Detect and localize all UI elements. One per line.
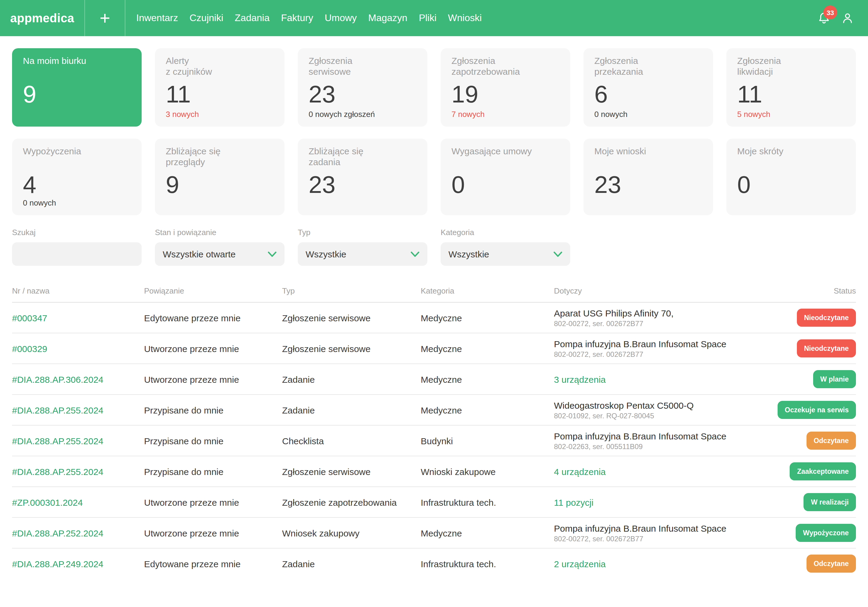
filter-select-stan-i-powiazanie[interactable]: Wszystkie otwarte [155, 242, 285, 266]
row-subject-serial: 802-00272, ser. 002672B77 [554, 350, 753, 358]
stat-card-value: 9 [23, 81, 131, 108]
filter-select-kategoria[interactable]: Wszystkie [441, 242, 570, 266]
row-type: Wniosek zakupowy [282, 528, 421, 538]
nav-menu: InwentarzCzujnikiZadaniaFakturyUmowyMaga… [136, 0, 482, 36]
row-id-link[interactable]: #DIA.288.AP.255.2024 [12, 466, 144, 477]
stat-card-title: Alerty z czujników [166, 56, 274, 77]
nav-item-czujniki[interactable]: Czujniki [189, 12, 223, 23]
nav-item-faktury[interactable]: Faktury [281, 12, 313, 23]
table-row[interactable]: #DIA.288.AP.306.2024Utworzone przeze mni… [12, 364, 856, 395]
add-new-button[interactable]: + [84, 0, 126, 36]
stat-card-value: 23 [594, 171, 702, 198]
stats-grid: Na moim biurku9Alerty z czujników113 now… [12, 48, 856, 215]
table-row[interactable]: #ZP.000301.2024Utworzone przeze mnieZgło… [12, 487, 856, 518]
stat-card-footnote: 3 nowych [166, 110, 199, 119]
stat-card-value: 23 [308, 81, 417, 108]
table-row[interactable]: #DIA.288.AP.255.2024Przypisane do mnieCh… [12, 426, 856, 456]
status-badge: Wypożyczone [796, 524, 856, 542]
row-category: Medyczne [421, 528, 554, 538]
row-category: Medyczne [421, 313, 554, 323]
row-subject-link[interactable]: 2 urządzenia [554, 559, 753, 569]
stat-card-moje-skroty[interactable]: Moje skróty0 [726, 139, 856, 215]
row-subject-serial: 802-01092, ser. RQ-027-80045 [554, 411, 753, 420]
row-id-link[interactable]: #DIA.288.AP.249.2024 [12, 559, 144, 569]
stat-card-na-moim-biurku[interactable]: Na moim biurku9 [12, 48, 142, 127]
stat-card-alerty-z-czujnikow[interactable]: Alerty z czujników113 nowych [155, 48, 285, 127]
row-id-link[interactable]: #000347 [12, 313, 144, 323]
filter-kategoria: KategoriaWszystkie [441, 215, 570, 266]
nav-item-magazyn[interactable]: Magazyn [368, 12, 408, 23]
filter-label: Stan i powiązanie [155, 228, 285, 237]
nav-item-zadania[interactable]: Zadania [235, 12, 270, 23]
row-subject-name: Pompa infuzyjna B.Braun Infusomat Space [554, 523, 753, 533]
stat-card-value: 23 [308, 171, 417, 198]
row-subject-name: Aparat USG Philips Afinity 70, [554, 308, 753, 318]
stat-card-value: 9 [166, 171, 274, 198]
stat-card-title: Wygasające umowy [451, 146, 560, 167]
row-category: Medyczne [421, 374, 554, 384]
table-row[interactable]: #000347Edytowane przeze mnieZgłoszenie s… [12, 303, 856, 333]
row-id-link[interactable]: #000329 [12, 343, 144, 353]
table-row[interactable]: #DIA.288.AP.255.2024Przypisane do mnieZg… [12, 456, 856, 487]
status-badge: W realizacji [804, 493, 856, 511]
table-row[interactable]: #000329Utworzone przeze mnieZgłoszenie s… [12, 333, 856, 364]
items-table: Nr / nazwa Powiązanie Typ Kategoria Doty… [12, 266, 856, 579]
row-subject-serial: 802-00272, ser. 002672B77 [554, 319, 753, 328]
table-row[interactable]: #DIA.288.AP.249.2024Edytowane przeze mni… [12, 548, 856, 579]
row-id-link[interactable]: #ZP.000301.2024 [12, 497, 144, 507]
row-id-link[interactable]: #DIA.288.AP.306.2024 [12, 374, 144, 384]
row-id-link[interactable]: #DIA.288.AP.255.2024 [12, 405, 144, 415]
nav-item-inwentarz[interactable]: Inwentarz [136, 12, 178, 23]
row-subject-link[interactable]: 4 urządzenia [554, 466, 753, 477]
stat-card-zgloszenia-zapotrzebowania[interactable]: Zgłoszenia zapotrzebowania197 nowych [441, 48, 570, 127]
row-subject-name: Pompa infuzyjna B.Braun Infusomat Space [554, 431, 753, 441]
stat-card-wypozyczenia[interactable]: Wypożyczenia40 nowych [12, 139, 142, 215]
stat-card-moje-wnioski[interactable]: Moje wnioski23 [583, 139, 713, 215]
row-id-link[interactable]: #DIA.288.AP.252.2024 [12, 528, 144, 538]
stat-card-zgloszenia-przekazania[interactable]: Zgłoszenia przekazania60 nowych [583, 48, 713, 127]
stat-card-zblizajace-sie-przeglady[interactable]: Zbliżające się przeglądy9 [155, 139, 285, 215]
user-profile-button[interactable] [840, 11, 855, 25]
row-status-cell: Odczytane [753, 432, 856, 450]
search-input[interactable] [12, 242, 142, 266]
filter-select-value: Wszystkie otwarte [163, 249, 236, 259]
col-dotyczy: Dotyczy [554, 286, 753, 295]
nav-item-wnioski[interactable]: Wnioski [448, 12, 482, 23]
stat-card-title: Zbliżające się przeglądy [166, 146, 274, 167]
plus-icon: + [99, 8, 110, 28]
row-status-cell: Zaakceptowane [753, 462, 856, 480]
row-subject-link[interactable]: 11 pozycji [554, 497, 753, 507]
row-type: Zgłoszenie serwisowe [282, 466, 421, 477]
row-subject-serial: 802-00272, ser. 002672B77 [554, 534, 753, 543]
row-subject-link[interactable]: 3 urządzenia [554, 374, 753, 384]
stat-card-zgloszenia-serwisowe[interactable]: Zgłoszenia serwisowe230 nowych zgłoszeń [298, 48, 427, 127]
stat-card-value: 4 [23, 171, 131, 198]
table-row[interactable]: #DIA.288.AP.255.2024Przypisane do mnieZa… [12, 395, 856, 426]
row-id-link[interactable]: #DIA.288.AP.255.2024 [12, 435, 144, 446]
table-body: #000347Edytowane przeze mnieZgłoszenie s… [12, 303, 856, 579]
status-badge: Odczytane [806, 432, 856, 450]
stat-card-wygasajace-umowy[interactable]: Wygasające umowy0 [441, 139, 570, 215]
row-category: Infrastruktura tech. [421, 559, 554, 569]
filters: Szukaj Stan i powiązanieWszystkie otwart… [12, 215, 856, 266]
stat-card-zblizajace-sie-zadania[interactable]: Zbliżające się zadania23 [298, 139, 427, 215]
status-badge: W planie [813, 370, 856, 388]
row-relation: Utworzone przeze mnie [144, 497, 282, 507]
table-row[interactable]: #DIA.288.AP.252.2024Utworzone przeze mni… [12, 518, 856, 548]
filter-typ: TypWszystkie [298, 215, 427, 266]
topbar-actions: 33 [817, 0, 868, 36]
filter-select-typ[interactable]: Wszystkie [298, 242, 427, 266]
row-subject-name: Wideogastroskop Pentax C5000-Q [554, 400, 753, 410]
filter-select-value: Wszystkie [448, 249, 489, 259]
nav-item-umowy[interactable]: Umowy [325, 12, 357, 23]
stat-card-zgloszenia-likwidacji[interactable]: Zgłoszenia likwidacji115 nowych [726, 48, 856, 127]
row-category: Infrastruktura tech. [421, 497, 554, 507]
notifications-button[interactable]: 33 [817, 11, 831, 25]
stat-card-value: 0 [737, 171, 845, 198]
row-relation: Edytowane przeze mnie [144, 313, 282, 323]
filter-stan-i-powiazanie: Stan i powiązanieWszystkie otwarte [155, 215, 285, 266]
row-subject: Pompa infuzyjna B.Braun Infusomat Space8… [554, 431, 753, 451]
nav-item-pliki[interactable]: Pliki [419, 12, 437, 23]
row-subject-name: Pompa infuzyjna B.Braun Infusomat Space [554, 339, 753, 349]
row-subject: Pompa infuzyjna B.Braun Infusomat Space8… [554, 523, 753, 543]
